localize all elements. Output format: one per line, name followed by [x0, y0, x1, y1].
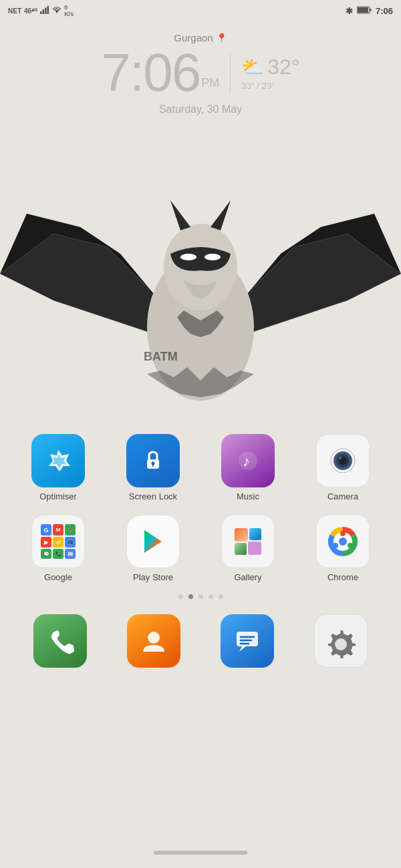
music-icon[interactable]: ♪	[221, 434, 275, 487]
playstore-label: Play Store	[133, 572, 173, 582]
time-weather-divider	[230, 53, 231, 93]
weather-icon-temp: ⛅ 32°	[241, 55, 299, 79]
svg-point-25	[339, 457, 342, 459]
page-dots	[0, 594, 401, 599]
messages-icon[interactable]	[221, 614, 274, 668]
svg-rect-27	[235, 528, 248, 541]
svg-point-33	[339, 537, 347, 546]
svg-point-37	[148, 632, 160, 644]
screenlock-label: Screen Lock	[129, 491, 177, 501]
screenlock-icon[interactable]	[126, 434, 180, 487]
date-display: Saturday, 30 May	[0, 103, 401, 116]
app-row-1: Optimiser Screen Lock ♪ Music	[11, 434, 390, 501]
home-pill[interactable]	[154, 851, 247, 855]
batman-wallpaper: BATM	[0, 194, 401, 447]
contacts-icon[interactable]	[127, 614, 180, 668]
svg-point-35	[348, 543, 353, 548]
svg-point-14	[205, 254, 221, 260]
app-music[interactable]: ♪ Music	[211, 434, 285, 501]
app-screenlock[interactable]: Screen Lock	[116, 434, 190, 501]
status-right: ✱ 7:06	[346, 6, 393, 16]
camera-label: Camera	[327, 491, 358, 501]
status-left: NET 46⁴ᴳ 0K/s	[8, 4, 74, 17]
optimiser-icon[interactable]	[31, 434, 85, 487]
weather-icon: ⛅	[241, 56, 265, 78]
time-status: 7:06	[376, 6, 393, 16]
svg-point-4	[56, 11, 57, 13]
google-label: Google	[44, 572, 72, 582]
location-display: Gurgaon 📍	[0, 32, 401, 43]
app-playstore[interactable]: Play Store	[116, 515, 190, 582]
svg-point-36	[333, 543, 338, 548]
svg-point-13	[180, 254, 196, 260]
svg-marker-26	[144, 530, 162, 553]
temperature-range: 33° / 23°	[241, 81, 275, 91]
svg-rect-30	[248, 541, 261, 555]
svg-rect-3	[47, 6, 49, 14]
svg-rect-6	[358, 7, 368, 13]
app-chrome[interactable]: Chrome	[306, 515, 380, 582]
signal-bars	[40, 6, 49, 15]
dock-contacts[interactable]	[117, 614, 190, 672]
time-display: 7:06PM	[101, 46, 219, 99]
clock-time: 7:06	[101, 43, 200, 102]
playstore-icon[interactable]	[126, 515, 180, 568]
location-text: Gurgaon	[174, 32, 213, 43]
svg-text:♪: ♪	[243, 453, 250, 469]
svg-rect-1	[43, 9, 45, 14]
dock	[0, 614, 401, 672]
page-dot-5[interactable]	[219, 594, 223, 599]
signal-strength: 46⁴ᴳ	[24, 7, 37, 15]
google-icon[interactable]: G M 📍 ▶ 📁 📺 💬 📞 📰	[31, 515, 85, 568]
page-dot-3[interactable]	[198, 594, 203, 599]
carrier-text: NET	[8, 7, 21, 15]
svg-rect-18	[152, 464, 154, 467]
app-grid: Optimiser Screen Lock ♪ Music	[0, 434, 401, 596]
chrome-label: Chrome	[327, 572, 358, 582]
svg-text:BATM: BATM	[144, 350, 178, 363]
page-dot-1[interactable]	[178, 594, 183, 599]
svg-rect-7	[370, 9, 371, 11]
status-bar: NET 46⁴ᴳ 0K/s ✱	[0, 0, 401, 21]
battery-icon	[357, 6, 372, 16]
gallery-icon[interactable]	[221, 515, 275, 568]
clock-ampm: PM	[201, 76, 219, 89]
dock-settings[interactable]	[304, 614, 378, 672]
svg-point-43	[335, 638, 347, 650]
app-gallery[interactable]: Gallery	[211, 515, 285, 582]
page-dot-4[interactable]	[209, 594, 213, 599]
app-google[interactable]: G M 📍 ▶ 📁 📺 💬 📞 📰 Google	[21, 515, 95, 582]
clock-area: Gurgaon 📍 7:06PM ⛅ 32° 33° / 23° Saturda…	[0, 32, 401, 116]
wifi-icon	[52, 6, 61, 15]
optimiser-label: Optimiser	[39, 491, 77, 501]
temperature-main: 32°	[267, 55, 299, 79]
svg-point-34	[340, 531, 346, 536]
camera-icon[interactable]	[316, 434, 370, 487]
data-speed: 0K/s	[64, 4, 74, 17]
time-weather-row: 7:06PM ⛅ 32° 33° / 23°	[0, 46, 401, 99]
settings-icon[interactable]	[314, 614, 368, 668]
location-pin-icon: 📍	[216, 33, 227, 43]
phone-icon[interactable]	[33, 614, 87, 668]
weather-area: ⛅ 32° 33° / 23°	[241, 55, 299, 91]
svg-marker-39	[239, 646, 246, 652]
chrome-icon[interactable]	[316, 515, 370, 568]
svg-rect-28	[249, 528, 261, 540]
svg-rect-29	[235, 543, 247, 555]
svg-rect-2	[45, 8, 47, 15]
dock-phone[interactable]	[23, 614, 97, 672]
bluetooth-icon: ✱	[346, 6, 353, 16]
page-dot-2[interactable]	[188, 594, 193, 599]
app-row-2: G M 📍 ▶ 📁 📺 💬 📞 📰 Google	[11, 515, 390, 582]
app-optimiser[interactable]: Optimiser	[21, 434, 95, 501]
app-camera[interactable]: Camera	[306, 434, 380, 501]
music-label: Music	[237, 491, 259, 501]
svg-rect-0	[40, 11, 42, 14]
dock-messages[interactable]	[211, 614, 284, 672]
gallery-label: Gallery	[234, 572, 261, 582]
